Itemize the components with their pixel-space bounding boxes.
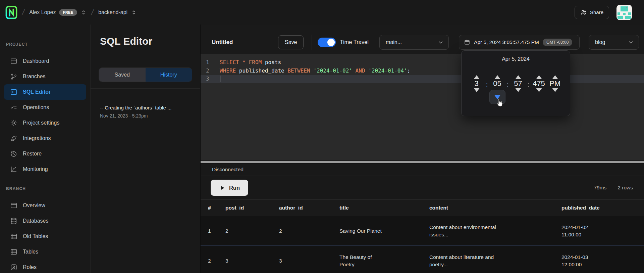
spinner-down-arrow-active[interactable] — [489, 90, 505, 104]
sidebar-item-restore[interactable]: Restore — [4, 146, 86, 162]
table-cell: 2 — [218, 227, 272, 235]
sidebar-item-databases[interactable]: Databases — [4, 213, 86, 229]
sidebar-item-label: Monitoring — [23, 166, 48, 172]
avatar[interactable] — [616, 5, 632, 20]
tabs-wrap: Saved History — [91, 61, 200, 89]
sidebar-item-roles[interactable]: Roles — [4, 260, 86, 273]
table-icon — [10, 233, 17, 240]
column-header-published_date: published_date — [554, 205, 644, 211]
datetime-picker-date: Apr 5, 2024 — [462, 56, 570, 62]
column-header-content: content — [422, 205, 554, 211]
time-travel-label: Time Travel — [340, 39, 369, 45]
database-icon — [10, 217, 17, 225]
table-cell: 2024-01-02 11:00:00 — [554, 224, 644, 238]
branch-select-value: main... — [386, 39, 402, 45]
sidebar-item-operations[interactable]: Operations — [4, 100, 86, 115]
sidebar-item-tables[interactable]: Tables — [4, 244, 86, 260]
time-separator: : — [485, 81, 489, 88]
database-select[interactable]: blog — [589, 35, 639, 50]
spinner-up-arrow-icon[interactable] — [493, 68, 502, 77]
table-cell: The Beauty of Poetry — [332, 254, 422, 268]
history-list: -- Creating the `authors` table ...Nov 2… — [91, 89, 200, 135]
spinner-up-arrow-icon[interactable] — [551, 68, 559, 77]
sidebar-item-old-tables[interactable]: Old Tables — [4, 229, 86, 244]
spinner-down-arrow-icon[interactable] — [472, 90, 481, 99]
tab-saved[interactable]: Saved — [99, 68, 146, 82]
query-duration: 79ms — [594, 185, 606, 191]
code-content — [220, 75, 220, 83]
datetime-value: Apr 5, 2024 3:05:57.475 PM — [474, 39, 539, 45]
run-button-label: Run — [229, 185, 240, 191]
sidebar-item-monitoring[interactable]: Monitoring — [4, 162, 86, 177]
code-line: 1SELECT * FROM posts — [201, 58, 644, 67]
connection-status-row: Disconnected — [201, 164, 644, 176]
tab-group: Saved History — [99, 67, 192, 82]
editor-toolbar: Untitled Save Time Travel main... Apr 5,… — [201, 25, 644, 54]
sidebar-item-label: SQL Editor — [23, 89, 51, 95]
spinner-down-arrow-icon[interactable] — [535, 90, 543, 99]
users-icon — [580, 9, 587, 16]
code-content: SELECT * FROM posts — [220, 58, 281, 67]
spinner-up-arrow-icon[interactable] — [535, 68, 543, 77]
sidebar-item-sql-editor[interactable]: SQL Editor — [4, 84, 86, 100]
table-row: 122Saving Our PlanetContent about enviro… — [201, 216, 644, 245]
sidebar-item-label: Integrations — [23, 135, 51, 141]
breadcrumb-separator: / — [21, 7, 26, 17]
row-count: 2 rows — [618, 185, 633, 191]
sidebar-item-label: Dashboard — [23, 58, 49, 64]
save-button[interactable]: Save — [278, 35, 304, 49]
time-separator: : — [526, 81, 531, 88]
text-cursor — [220, 76, 220, 82]
dashboard-icon — [10, 57, 17, 65]
time-spinner-column: PM — [547, 68, 563, 99]
spinner-up-arrow-icon[interactable] — [472, 68, 481, 77]
operations-icon — [10, 104, 17, 111]
table-cell: 2024-01-03 12:00:00 — [554, 254, 644, 268]
sidebar-item-label: Branches — [23, 74, 46, 80]
sidebar-item-integrations[interactable]: Integrations — [4, 131, 86, 146]
roles-icon — [10, 264, 17, 271]
time-spinner-column: 3 — [469, 68, 485, 99]
branch-select[interactable]: main... — [379, 35, 449, 50]
datetime-picker-popup: Apr 5, 2024 3:05:57:475PM — [461, 50, 570, 116]
history-item[interactable]: -- Creating the `authors` table ...Nov 2… — [100, 105, 191, 119]
chevron-updown-icon[interactable] — [131, 9, 137, 15]
panel-resize-handle[interactable] — [201, 161, 644, 164]
spinner-up-arrow-icon[interactable] — [514, 68, 523, 77]
tab-history[interactable]: History — [146, 68, 192, 82]
project-breadcrumb[interactable]: backend-api — [98, 9, 137, 15]
sidebar-item-dashboard[interactable]: Dashboard — [4, 53, 86, 69]
code-content: WHERE published_date BETWEEN '2024-01-02… — [220, 67, 410, 75]
connection-status: Disconnected — [212, 167, 244, 173]
user-name: Alex Lopez — [29, 9, 56, 15]
sidebar-item-overview[interactable]: Overview — [4, 198, 86, 213]
play-icon — [219, 185, 225, 191]
sidebar-item-branches[interactable]: Branches — [4, 69, 86, 84]
spinner-down-arrow-icon[interactable] — [551, 90, 559, 99]
sidebar-item-label: Tables — [23, 249, 38, 255]
line-number: 1 — [201, 58, 220, 67]
share-button[interactable]: Share — [575, 6, 609, 19]
history-item-timestamp: Nov 21, 2023 - 5:23pm — [100, 113, 191, 119]
run-button[interactable]: Run — [211, 180, 248, 196]
time-travel-toggle[interactable] — [318, 38, 336, 47]
table-icon — [10, 248, 17, 256]
column-header-title: title — [332, 205, 422, 211]
toolbar-divider — [312, 35, 312, 50]
spinner-down-arrow-icon[interactable] — [514, 90, 523, 99]
plan-badge: FREE — [59, 9, 77, 16]
user-breadcrumb[interactable]: Alex Lopez FREE — [29, 9, 87, 16]
sql-editor-panel: SQL Editor Saved History -- Creating the… — [91, 25, 201, 273]
code-line: 3 — [201, 75, 644, 83]
neon-logo-icon[interactable] — [5, 5, 17, 19]
datetime-button[interactable]: Apr 5, 2024 3:05:57.475 PM GMT -03:00 — [459, 35, 580, 50]
sidebar-item-project-settings[interactable]: Project settings — [4, 115, 86, 131]
spinner-value[interactable]: 05 — [493, 77, 501, 90]
share-button-label: Share — [590, 9, 603, 15]
sql-code-editor[interactable]: 1SELECT * FROM posts2WHERE published_dat… — [201, 54, 644, 161]
chevron-updown-icon[interactable] — [80, 9, 87, 15]
history-item-title: -- Creating the `authors` table ... — [100, 105, 191, 110]
time-spinner-column: 05 — [489, 68, 505, 104]
sidebar: PROJECTDashboardBranchesSQL EditorOperat… — [0, 25, 91, 273]
table-cell: 3 — [272, 257, 332, 265]
